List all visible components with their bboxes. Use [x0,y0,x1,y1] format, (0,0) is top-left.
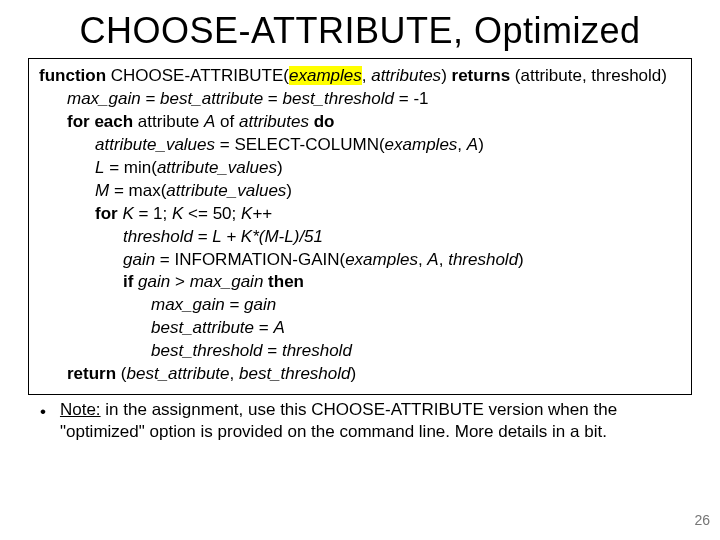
var: A [427,250,438,269]
txt: = [225,295,244,314]
txt: , [362,66,371,85]
var: attribute_values [157,158,277,177]
var: attribute_values [166,181,286,200]
txt: = -1 [394,89,429,108]
kw-return: return [67,364,116,383]
arg: attributes [371,66,441,85]
slide: CHOOSE-ATTRIBUTE, Optimized function CHO… [0,0,720,540]
var: best_attribute [127,364,230,383]
var: A [273,318,284,337]
txt: attribute [133,112,204,131]
code-line: gain = INFORMATION-GAIN(examples, A, thr… [39,249,681,272]
code-line: best_attribute = A [39,317,681,340]
code-line: max_gain = best_attribute = best_thresho… [39,88,681,111]
page-number: 26 [694,512,710,528]
kw-for: for [95,204,118,223]
note-body: in the assignment, use this CHOOSE-ATTRI… [60,400,617,441]
txt: ++ [252,204,272,223]
expr: L + K*(M-L)/51 [212,227,323,246]
note-text: Note: in the assignment, use this CHOOSE… [60,399,682,443]
code-line: function CHOOSE-ATTRIBUTE(examples, attr… [39,65,681,88]
slide-title: CHOOSE-ATTRIBUTE, Optimized [28,10,692,52]
bullet-icon: • [40,399,46,423]
var: best_threshold [282,89,394,108]
code-line: for K = 1; K <= 50; K++ [39,203,681,226]
txt: = [263,89,282,108]
var: threshold [448,250,518,269]
arg-highlight: examples [289,66,362,85]
var: best_attribute [160,89,263,108]
txt: ) [441,66,451,85]
txt: = 1; [134,204,172,223]
note-bullet: • Note: in the assignment, use this CHOO… [28,395,692,443]
txt: ) [286,181,292,200]
var: examples [345,250,418,269]
txt: , [457,135,466,154]
kw-then: then [263,272,304,291]
var: best_threshold [239,364,351,383]
var: examples [385,135,458,154]
code-line: max_gain = gain [39,294,681,317]
var: K [118,204,134,223]
var: gain [123,250,155,269]
txt: = min( [104,158,156,177]
var: max_gain [151,295,225,314]
code-line: L = min(attribute_values) [39,157,681,180]
var: K [241,204,252,223]
txt: = max( [109,181,166,200]
var: attribute_values [95,135,215,154]
txt: = [263,341,282,360]
code-line: attribute_values = SELECT-COLUMN(example… [39,134,681,157]
note-label: Note: [60,400,101,419]
txt: > [170,272,189,291]
txt: , [418,250,427,269]
code-line: best_threshold = threshold [39,340,681,363]
code-line: if gain > max_gain then [39,271,681,294]
var: A [204,112,215,131]
txt: , [230,364,239,383]
code-box: function CHOOSE-ATTRIBUTE(examples, attr… [28,58,692,395]
txt: = SELECT-COLUMN( [215,135,385,154]
var: threshold [282,341,352,360]
code-line: threshold = L + K*(M-L)/51 [39,226,681,249]
kw-foreach: for each [67,112,133,131]
var: best_threshold [151,341,263,360]
txt: = [141,89,160,108]
var: M [95,181,109,200]
txt: <= 50; [183,204,241,223]
code-line: return (best_attribute, best_threshold) [39,363,681,386]
var: A [467,135,478,154]
txt: of [215,112,239,131]
txt: , [439,250,448,269]
txt: ) [277,158,283,177]
kw-returns: returns [452,66,511,85]
var: max_gain [190,272,264,291]
var: best_attribute [151,318,254,337]
var: attributes [239,112,309,131]
txt: = [193,227,212,246]
txt: CHOOSE-ATTRIBUTE( [106,66,289,85]
txt: = INFORMATION-GAIN( [155,250,345,269]
var: gain [133,272,170,291]
var: gain [244,295,276,314]
kw-do: do [309,112,335,131]
txt: (attribute, threshold) [510,66,667,85]
txt: ) [351,364,357,383]
var: K [172,204,183,223]
kw-function: function [39,66,106,85]
kw-if: if [123,272,133,291]
code-line: for each attribute A of attributes do [39,111,681,134]
var: threshold [123,227,193,246]
txt: ( [116,364,126,383]
txt: = [254,318,273,337]
var: max_gain [67,89,141,108]
txt: ) [478,135,484,154]
code-line: M = max(attribute_values) [39,180,681,203]
txt: ) [518,250,524,269]
